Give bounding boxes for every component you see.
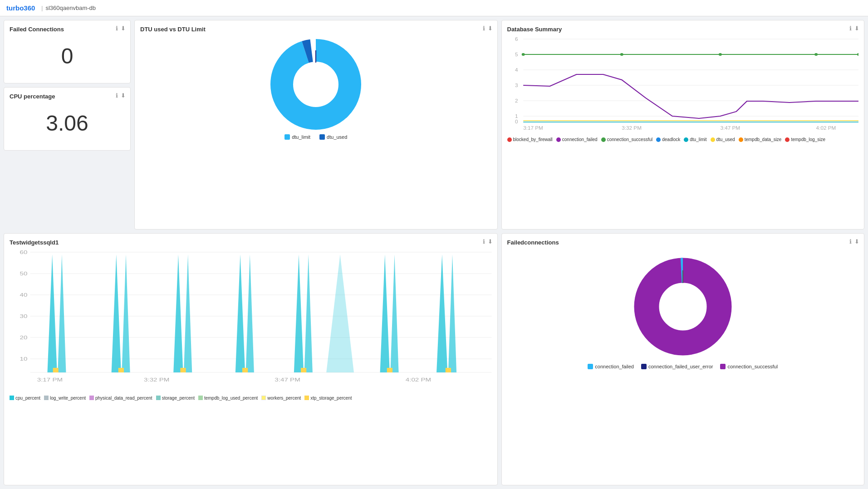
tempdb-data-label: tempdb_data_size: [745, 137, 782, 142]
dtu-limit-dot: [284, 134, 290, 140]
legend-blocked-firewall: blocked_by_firewall: [507, 137, 553, 142]
testwidget-icons: ℹ ⬇: [483, 238, 493, 245]
svg-rect-55: [118, 368, 124, 372]
dtu-icons: ℹ ⬇: [483, 25, 493, 32]
svg-marker-40: [58, 254, 66, 372]
testwidget-svg: 60 50 40 30 20 10: [10, 248, 492, 393]
failed-connections-title: Failed Connections: [10, 26, 125, 33]
svg-text:50: 50: [20, 271, 28, 276]
separator: |: [41, 5, 43, 11]
failed-connections-value: 0: [10, 34, 125, 78]
svg-rect-59: [387, 368, 392, 372]
conn-failed2-label: connection_failed: [595, 364, 634, 369]
db-summary-info-icon[interactable]: ℹ: [849, 25, 852, 32]
svg-marker-39: [47, 254, 57, 372]
svg-text:3:32 PM: 3:32 PM: [144, 377, 170, 382]
cpu-download-icon[interactable]: ⬇: [121, 92, 126, 99]
svg-text:3: 3: [515, 83, 518, 88]
log-write-dot: [44, 396, 49, 400]
conn-failed-user-dot: [641, 364, 647, 369]
testwidget-chart-wrapper: 60 50 40 30 20 10: [10, 248, 492, 393]
failedconn-info-icon[interactable]: ℹ: [849, 238, 852, 245]
workers-label: workers_percent: [267, 396, 301, 401]
legend-log-write: log_write_percent: [44, 396, 86, 401]
svg-text:20: 20: [20, 335, 28, 340]
svg-text:1: 1: [515, 114, 518, 119]
legend-tempdb-log-used: tempdb_log_used_percent: [198, 396, 258, 401]
svg-point-22: [620, 53, 623, 56]
db-summary-card: Database Summary ℹ ⬇ 6 5 4 3 2 1: [501, 20, 865, 230]
deadlock-label: deadlock: [662, 137, 680, 142]
svg-marker-46: [246, 254, 254, 372]
conn-successful2-label: connection_successful: [727, 364, 778, 369]
cpu-icons: ℹ ⬇: [116, 92, 126, 99]
failed-connections-info-icon[interactable]: ℹ: [116, 25, 118, 32]
svg-marker-50: [380, 254, 390, 372]
physical-read-label: physical_data_read_percent: [95, 396, 152, 401]
svg-text:5: 5: [515, 52, 518, 57]
svg-point-25: [857, 53, 858, 56]
dtu-limit-label2: dtu_limit: [690, 137, 706, 142]
svg-point-2: [294, 63, 338, 106]
svg-marker-44: [184, 254, 192, 372]
svg-point-21: [521, 53, 525, 56]
svg-marker-45: [235, 254, 245, 372]
db-summary-svg: 6 5 4 3 2 1 0 3:17 PM 3:32 PM 3:47 PM 4:…: [507, 34, 859, 134]
db-summary-download-icon[interactable]: ⬇: [854, 25, 859, 32]
testwidget-info-icon[interactable]: ℹ: [483, 238, 485, 245]
svg-marker-49: [326, 254, 354, 372]
svg-point-24: [814, 53, 818, 56]
cpu-percent-label: cpu_percent: [15, 396, 40, 401]
header: turbo360 | sl360qaenvbam-db: [0, 0, 868, 16]
conn-successful2-dot: [720, 364, 726, 369]
db-summary-legend: blocked_by_firewall connection_failed co…: [507, 137, 859, 142]
svg-text:10: 10: [20, 356, 28, 362]
db-summary-title: Database Summary: [507, 26, 859, 33]
svg-text:4: 4: [515, 68, 518, 73]
legend-tempdb-log: tempdb_log_size: [785, 137, 825, 142]
svg-marker-53: [448, 254, 456, 372]
failedconn-download-icon[interactable]: ⬇: [854, 238, 859, 245]
tempdb-data-dot: [739, 137, 743, 142]
dtu-download-icon[interactable]: ⬇: [488, 25, 493, 32]
tempdb-log-used-dot: [198, 396, 203, 400]
legend-conn-failed-user: connection_failed_user_error: [641, 364, 713, 369]
cpu-info-icon[interactable]: ℹ: [116, 92, 118, 99]
xtp-storage-dot: [304, 396, 309, 400]
main-grid: Failed Connections ℹ ⬇ 0 CPU percentage …: [0, 16, 868, 489]
dtu-legend-limit: dtu_limit: [284, 134, 310, 140]
tempdb-log-dot: [785, 137, 790, 142]
svg-marker-52: [436, 254, 447, 372]
svg-text:3:17 PM: 3:17 PM: [37, 377, 63, 382]
failedconn-donut-container: connection_failed connection_failed_user…: [507, 248, 859, 378]
tempdb-log-used-label: tempdb_log_used_percent: [204, 396, 258, 401]
svg-rect-54: [53, 368, 59, 372]
dtu-legend-used: dtu_used: [319, 134, 347, 140]
legend-conn-failed: connection_failed: [556, 137, 598, 142]
storage-dot: [156, 396, 161, 400]
svg-marker-42: [122, 254, 130, 372]
dtu-used-dot: [319, 134, 325, 140]
svg-rect-56: [180, 368, 186, 372]
failedconn-legend: connection_failed connection_failed_user…: [588, 364, 778, 369]
failedconn-icons: ℹ ⬇: [849, 238, 859, 245]
dtu-info-icon[interactable]: ℹ: [483, 25, 485, 32]
svg-rect-60: [446, 368, 451, 372]
testwidget-download-icon[interactable]: ⬇: [488, 238, 493, 245]
conn-successful-dot: [601, 137, 606, 142]
legend-workers: workers_percent: [261, 396, 301, 401]
legend-dtu-used: dtu_used: [711, 137, 735, 142]
log-write-label: log_write_percent: [50, 396, 86, 401]
legend-tempdb-data: tempdb_data_size: [739, 137, 782, 142]
failedconn-card: Failedconnections ℹ ⬇ connection_failed: [501, 233, 865, 486]
blocked-firewall-dot: [507, 137, 512, 142]
legend-xtp-storage: xtp_storage_percent: [304, 396, 352, 401]
dtu-title: DTU used vs DTU Limit: [140, 26, 492, 33]
failed-connections-download-icon[interactable]: ⬇: [121, 25, 126, 32]
conn-failed2-dot: [588, 364, 593, 369]
legend-dtu-limit: dtu_limit: [684, 137, 706, 142]
deadlock-dot: [656, 137, 661, 142]
svg-text:0: 0: [515, 119, 518, 124]
legend-physical-read: physical_data_read_percent: [89, 396, 152, 401]
db-summary-icons: ℹ ⬇: [849, 25, 859, 32]
